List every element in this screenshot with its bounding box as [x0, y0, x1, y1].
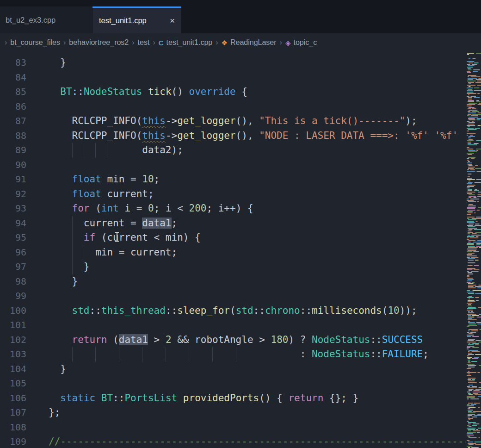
breadcrumb-item-test_unit1-cpp[interactable]: C test_unit1.cpp [159, 38, 212, 47]
line-number[interactable]: 107 [0, 405, 26, 420]
line-number[interactable]: 101 [0, 318, 26, 333]
code-text: min = current; [49, 245, 481, 260]
indent-guide [119, 347, 119, 362]
minimap[interactable] [466, 52, 481, 448]
code-text: //--------------------------------------… [49, 435, 481, 448]
breadcrumb-item-topic[interactable]: ◈ topic_c [285, 38, 317, 47]
chevron-right-icon: › [216, 38, 218, 47]
code-area[interactable]: 83 }8485 BT::NodeStatus tick() override … [0, 52, 481, 448]
line-number[interactable]: 109 [0, 435, 26, 448]
line-number[interactable]: 86 [0, 100, 26, 114]
code-text: } [49, 260, 481, 274]
code-line[interactable]: 109//-----------------------------------… [0, 435, 481, 448]
breadcrumb-item-test[interactable]: test [138, 38, 150, 47]
minimap-canvas[interactable] [466, 52, 481, 448]
code-line[interactable]: 100 std::this_thread::sleep_for(std::chr… [0, 304, 481, 318]
line-number[interactable]: 103 [0, 347, 26, 362]
code-line[interactable]: 84 [0, 70, 481, 85]
indent-guide [72, 216, 73, 231]
code-line[interactable]: 89 data2); [0, 143, 481, 158]
breadcrumb-item-readinglaser[interactable]: ❖ ReadingLaser [222, 38, 277, 47]
breadcrumb-item-bt_course_files[interactable]: bt_course_files [10, 38, 60, 47]
code-line[interactable]: 91 float min = 10; [0, 172, 481, 187]
code-line[interactable]: 85 BT::NodeStatus tick() override { [0, 85, 481, 100]
line-number[interactable]: 108 [0, 420, 26, 435]
code-text: } [49, 362, 481, 377]
code-text: data2); [49, 143, 481, 158]
indent-guide [84, 245, 84, 260]
line-number[interactable]: 88 [0, 129, 26, 143]
code-line[interactable]: 83 } [0, 56, 481, 70]
line-number[interactable]: 84 [0, 70, 26, 85]
indent-guide [212, 347, 213, 362]
code-line[interactable]: 92 float current; [0, 187, 481, 202]
code-line[interactable]: 98 } [0, 274, 481, 289]
code-line[interactable]: 96 min = current; [0, 245, 481, 260]
code-line[interactable]: 101 [0, 318, 481, 333]
breadcrumb-label: topic_c [293, 38, 317, 47]
line-number[interactable]: 93 [0, 201, 26, 216]
tab-bar: bt_u2_ex3.cpp test_unit1.cpp × [0, 0, 481, 33]
line-number[interactable]: 83 [0, 56, 26, 70]
line-number[interactable]: 89 [0, 143, 26, 158]
code-text: RCLCPP_INFO(this->get_logger(), "This is… [49, 114, 481, 129]
close-icon[interactable]: × [170, 16, 175, 25]
indent-guide [189, 347, 189, 362]
code-line[interactable]: 97 } [0, 260, 481, 274]
chevron-right-icon: › [5, 38, 7, 47]
breadcrumb-item-behaviortree_ros2[interactable]: behaviortree_ros2 [69, 38, 129, 47]
code-line[interactable]: 107}; [0, 405, 481, 420]
code-line[interactable]: 99 [0, 289, 481, 304]
indent-guide [84, 143, 84, 158]
line-number[interactable]: 99 [0, 289, 26, 304]
line-number[interactable]: 90 [0, 158, 26, 173]
tab-bt_u2_ex3[interactable]: bt_u2_ex3.cpp [0, 6, 92, 33]
code-line[interactable]: 95 if (current < min) { [0, 230, 481, 245]
line-number[interactable]: 92 [0, 187, 26, 202]
chevron-right-icon: › [153, 38, 155, 47]
code-text [49, 100, 481, 114]
code-line[interactable]: 108 [0, 420, 481, 435]
line-number[interactable]: 91 [0, 172, 26, 187]
breadcrumb-label: behaviortree_ros2 [69, 38, 129, 47]
line-number[interactable]: 105 [0, 376, 26, 391]
method-symbol-icon: ◈ [285, 39, 291, 46]
line-number[interactable]: 102 [0, 333, 26, 348]
code-line[interactable]: 86 [0, 100, 481, 114]
code-text [49, 158, 481, 173]
line-number[interactable]: 100 [0, 304, 26, 318]
code-line[interactable]: 90 [0, 158, 481, 173]
line-number[interactable]: 104 [0, 362, 26, 377]
code-text: if (current < min) { [49, 230, 481, 245]
line-number[interactable]: 94 [0, 216, 26, 231]
code-text: }; [49, 405, 481, 420]
breadcrumb: › bt_course_files › behaviortree_ros2 › … [0, 33, 481, 52]
editor-pane[interactable]: 83 }8485 BT::NodeStatus tick() override … [0, 52, 481, 448]
line-number[interactable]: 87 [0, 114, 26, 129]
code-line[interactable]: 103 : NodeStatus::FAILURE; [0, 347, 481, 362]
line-number[interactable]: 97 [0, 260, 26, 274]
line-number[interactable]: 85 [0, 85, 26, 100]
indent-guide [107, 143, 107, 158]
code-line[interactable]: 102 return (data1 > 2 && robotAngle > 18… [0, 333, 481, 348]
line-number[interactable]: 96 [0, 245, 26, 260]
line-number[interactable]: 106 [0, 391, 26, 406]
code-line[interactable]: 94 current = data1; [0, 216, 481, 231]
tab-test_unit1[interactable]: test_unit1.cpp × [92, 6, 181, 33]
code-text: current = data1; [49, 216, 481, 231]
chevron-right-icon: › [63, 38, 66, 47]
code-text: } [49, 56, 481, 70]
code-line[interactable]: 87 RCLCPP_INFO(this->get_logger(), "This… [0, 114, 481, 129]
line-number[interactable]: 98 [0, 274, 26, 289]
code-text: for (int i = 0; i < 200; i++) { [49, 201, 481, 216]
code-line[interactable]: 106 static BT::PortsList providedPorts()… [0, 391, 481, 406]
code-line[interactable]: 88 RCLCPP_INFO(this->get_logger(), "NODE… [0, 129, 481, 143]
indent-guide [72, 347, 73, 362]
chevron-right-icon: › [280, 38, 282, 47]
code-line[interactable]: 93 for (int i = 0; i < 200; i++) { [0, 201, 481, 216]
code-line[interactable]: 105 [0, 376, 481, 391]
line-number[interactable]: 95 [0, 230, 26, 245]
code-line[interactable]: 104 } [0, 362, 481, 377]
cpp-file-icon: C [159, 39, 164, 46]
indent-guide [236, 347, 236, 362]
